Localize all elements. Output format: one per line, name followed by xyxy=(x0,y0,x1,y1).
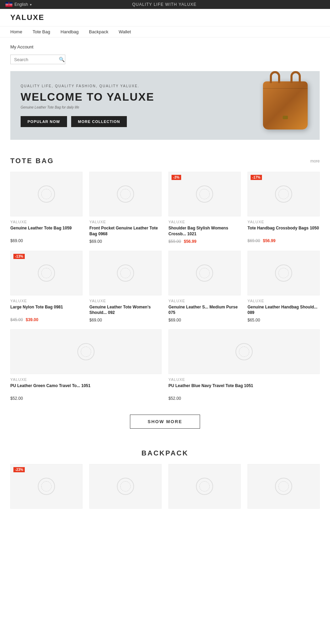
product-card[interactable]: -17% YALUXE Tote Handbag Crossbody Bags … xyxy=(248,172,320,244)
product-card[interactable]: YALUXE Genuine Leather Tote Women's Shou… xyxy=(89,251,162,323)
product-name: Large Nylon Tote Bag 0981 xyxy=(10,304,82,315)
search-box[interactable]: 🔍 xyxy=(10,55,65,64)
nav-backpack[interactable]: Backpack xyxy=(89,29,108,34)
product-card[interactable]: YALUXE Front Pocket Genuine Leather Tote… xyxy=(89,172,162,244)
product-image xyxy=(89,464,162,509)
image-placeholder xyxy=(117,478,134,495)
site-header: YALUXE xyxy=(0,9,330,26)
regular-price: $69.00 xyxy=(168,318,181,323)
top-bar-title: QUALITY LIFE WITH YALUXE xyxy=(32,2,297,7)
site-logo[interactable]: YALUXE xyxy=(10,13,44,22)
nav-handbag[interactable]: Handbag xyxy=(60,29,79,34)
product-name: Tote Handbag Crossbody Bags 1050 xyxy=(248,225,320,236)
product-brand: YALUXE xyxy=(10,299,82,303)
product-brand: YALUXE xyxy=(10,377,162,382)
tote-bag-more-link[interactable]: more xyxy=(310,159,320,163)
image-placeholder xyxy=(196,185,213,203)
product-card[interactable]: -23% xyxy=(10,464,82,512)
hero-bag-image xyxy=(251,71,320,140)
image-inner xyxy=(199,481,210,492)
image-placeholder xyxy=(38,478,55,495)
nav-home[interactable]: Home xyxy=(10,29,22,34)
product-image xyxy=(89,172,162,216)
nav-wallet[interactable]: Wallet xyxy=(119,29,131,34)
product-card[interactable] xyxy=(89,464,162,512)
product-image: -13% xyxy=(10,251,82,295)
sale-price: $39.00 xyxy=(26,317,38,322)
bag-handle-left xyxy=(270,71,280,83)
image-inner xyxy=(41,189,52,199)
product-name: PU Leather Blue Navy Travel Tote Bag 105… xyxy=(168,383,320,394)
product-card[interactable]: YALUXE Genuine Leather S... Medium Purse… xyxy=(168,251,241,323)
image-inner xyxy=(239,347,249,357)
product-image: -3% xyxy=(168,172,241,216)
discount-badge: -13% xyxy=(13,254,25,259)
show-more-button[interactable]: SHOW MORE xyxy=(130,415,200,429)
product-image xyxy=(168,251,241,295)
hero-subtitle: QUALITY LIFE, QUALITY FASHION, QUALITY Y… xyxy=(21,84,154,88)
product-brand: YALUXE xyxy=(248,220,320,224)
image-placeholder xyxy=(275,185,292,203)
product-card[interactable]: YALUXE Genuine Leather Tote Bag 1059 $69… xyxy=(10,172,82,244)
regular-price: $52.00 xyxy=(168,396,181,401)
image-inner xyxy=(278,268,289,278)
more-collection-button[interactable]: MORE COLLECTION xyxy=(71,116,127,127)
price-area: $59.00 $56.99 xyxy=(168,239,241,244)
price-area: $52.00 xyxy=(168,396,320,401)
image-inner xyxy=(120,189,131,199)
backpack-title: BACKPACK xyxy=(10,449,320,457)
original-price: $45.00 xyxy=(10,317,23,322)
product-image xyxy=(168,329,320,374)
product-card[interactable] xyxy=(168,464,241,512)
regular-price: $69.00 xyxy=(89,318,102,323)
image-inner xyxy=(278,189,289,199)
product-image xyxy=(10,172,82,216)
search-input[interactable] xyxy=(14,57,59,62)
product-card[interactable]: -3% YALUXE Shoulder Bag Stylish Womens C… xyxy=(168,172,241,244)
popular-now-button[interactable]: POPULAR NOW xyxy=(21,116,67,127)
original-price: $59.00 xyxy=(168,239,181,244)
discount-badge: -17% xyxy=(251,175,262,180)
language-selector[interactable]: English ▾ xyxy=(6,2,32,7)
image-placeholder xyxy=(117,185,134,203)
image-inner xyxy=(41,481,52,492)
price-area: $45.00 $39.00 xyxy=(10,317,82,322)
bag-handle-right xyxy=(290,71,301,83)
hero-buttons: POPULAR NOW MORE COLLECTION xyxy=(21,116,154,127)
account-area: My Account 🔍 xyxy=(0,37,330,64)
image-placeholder xyxy=(38,185,55,203)
nav-tote-bag[interactable]: Tote Bag xyxy=(33,29,50,34)
product-card[interactable]: -13% YALUXE Large Nylon Tote Bag 0981 $4… xyxy=(10,251,82,323)
product-card[interactable] xyxy=(248,464,320,512)
price-area: $69.00 $56.99 xyxy=(248,238,320,243)
product-image xyxy=(248,464,320,509)
backpack-section: BACKPACK -23% xyxy=(0,442,330,516)
tote-bag-section-header: TOTE BAG more xyxy=(10,157,320,165)
product-image xyxy=(89,251,162,295)
image-inner xyxy=(199,189,210,199)
product-card[interactable]: YALUXE PU Leather Green Camo Travel To..… xyxy=(10,329,162,401)
tote-bag-row-2: -13% YALUXE Large Nylon Tote Bag 0981 $4… xyxy=(10,251,320,323)
product-image: -23% xyxy=(10,464,82,509)
product-image xyxy=(10,329,162,374)
backpack-product-row: -23% xyxy=(10,464,320,512)
product-brand: YALUXE xyxy=(168,299,241,303)
product-name: Front Pocket Genuine Leather Tote Bag 09… xyxy=(89,225,162,237)
image-inner xyxy=(120,268,131,278)
my-account-link[interactable]: My Account xyxy=(10,44,320,49)
bag-illustration xyxy=(263,81,308,129)
hero-banner: QUALITY LIFE, QUALITY FASHION, QUALITY Y… xyxy=(10,71,320,140)
product-brand: YALUXE xyxy=(89,299,162,303)
original-price: $69.00 xyxy=(248,238,260,243)
hero-title: WELCOME TO YALUXE xyxy=(21,91,154,103)
image-inner xyxy=(41,268,52,278)
tote-bag-row-3: YALUXE PU Leather Green Camo Travel To..… xyxy=(10,329,320,401)
product-card[interactable]: YALUXE PU Leather Blue Navy Travel Tote … xyxy=(168,329,320,401)
product-brand: YALUXE xyxy=(168,220,241,224)
product-card[interactable]: YALUXE Genuine Leather Handbag Should...… xyxy=(248,251,320,323)
top-bar: English ▾ QUALITY LIFE WITH YALUXE xyxy=(0,0,330,9)
price-area: $69.00 xyxy=(10,238,82,243)
product-image xyxy=(168,464,241,509)
regular-price: $69.00 xyxy=(89,239,102,244)
image-placeholder xyxy=(275,478,292,495)
